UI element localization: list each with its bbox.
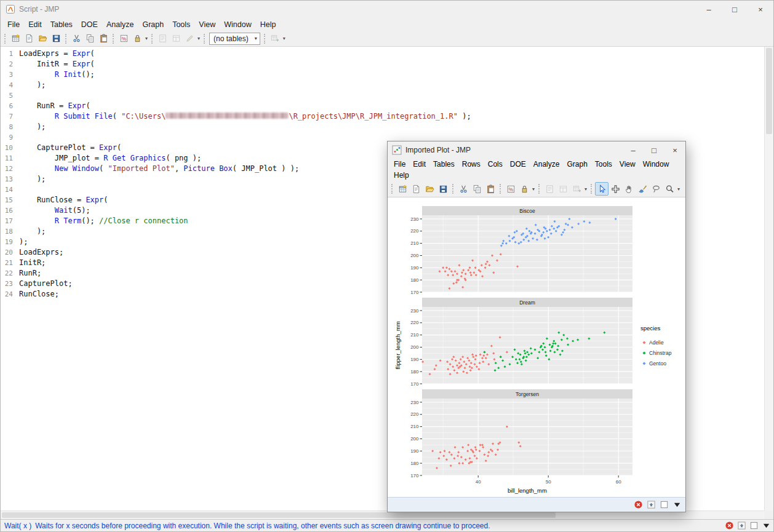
svg-text:230: 230 bbox=[410, 308, 419, 314]
toolbar-dropdown-caret[interactable]: ▾ bbox=[196, 36, 201, 41]
line-number: 19 bbox=[1, 237, 13, 247]
code-line[interactable]: 2 InitR = Expr( bbox=[1, 59, 764, 69]
draw-pen-button[interactable] bbox=[183, 32, 196, 46]
toolbar-dropdown-caret[interactable]: ▾ bbox=[583, 186, 588, 192]
table-add-button[interactable] bbox=[268, 32, 282, 46]
toolbar-dropdown-caret[interactable]: ▾ bbox=[676, 186, 681, 192]
paste-button[interactable] bbox=[484, 182, 497, 196]
journal-button[interactable] bbox=[156, 32, 169, 46]
error-log-icon[interactable] bbox=[725, 521, 734, 530]
menu-tables[interactable]: Tables bbox=[429, 159, 458, 169]
caret-up-icon[interactable] bbox=[737, 521, 746, 530]
menu-window[interactable]: Window bbox=[220, 19, 255, 30]
plot-maximize-button[interactable]: □ bbox=[644, 141, 664, 159]
svg-text:220: 220 bbox=[410, 228, 419, 234]
close-button[interactable]: × bbox=[748, 1, 773, 18]
faceted-scatter-plot[interactable]: Biscoe170180190200210220230Dream17018019… bbox=[393, 204, 677, 497]
vertical-scrollbar[interactable] bbox=[764, 47, 773, 510]
save-button[interactable] bbox=[49, 32, 63, 46]
cut-button[interactable] bbox=[457, 182, 470, 196]
open-folder-button[interactable] bbox=[36, 32, 49, 46]
plot-empty-square-icon[interactable] bbox=[660, 500, 669, 509]
menu-cols[interactable]: Cols bbox=[484, 159, 506, 169]
code-line[interactable]: 7 R Submit File( "C:\Users\\R_projects\J… bbox=[1, 111, 764, 122]
combobox-caret-icon[interactable]: ▾ bbox=[255, 36, 257, 41]
horizontal-scrollbar-thumb[interactable] bbox=[2, 512, 556, 518]
copy-button[interactable] bbox=[470, 182, 484, 196]
svg-text:Chinstrap: Chinstrap bbox=[649, 350, 672, 356]
menu-view[interactable]: View bbox=[616, 159, 639, 169]
toolbar-dropdown-caret[interactable]: ▾ bbox=[531, 186, 536, 192]
menu-rows[interactable]: Rows bbox=[458, 159, 484, 169]
lock-button[interactable] bbox=[130, 32, 144, 46]
menu-analyze[interactable]: Analyze bbox=[530, 159, 564, 169]
toolbar-grip bbox=[264, 34, 266, 44]
menu-doe[interactable]: DOE bbox=[506, 159, 530, 169]
new-data-table-button[interactable] bbox=[9, 32, 22, 46]
menu-graph[interactable]: Graph bbox=[138, 19, 168, 30]
code-line[interactable]: 6 RunR = Expr( bbox=[1, 101, 764, 111]
arrow-cursor-button[interactable] bbox=[595, 182, 608, 196]
maximize-button[interactable]: □ bbox=[722, 1, 748, 18]
zoom-button[interactable] bbox=[663, 182, 676, 196]
svg-text:180: 180 bbox=[410, 461, 419, 466]
vertical-scrollbar-thumb[interactable] bbox=[766, 48, 772, 134]
empty-square-icon[interactable] bbox=[749, 521, 759, 530]
code-line[interactable]: 3 R Init(); bbox=[1, 69, 764, 80]
tables-combobox[interactable]: (no tables)▾ bbox=[209, 33, 260, 45]
lasso-button[interactable] bbox=[649, 182, 663, 196]
menu-tools[interactable]: Tools bbox=[591, 159, 616, 169]
plot-caret-up-icon[interactable] bbox=[647, 500, 656, 509]
dropdown-triangle-icon[interactable] bbox=[762, 521, 771, 530]
line-number: 15 bbox=[1, 195, 13, 205]
journal-button[interactable] bbox=[543, 182, 556, 196]
menu-edit[interactable]: Edit bbox=[409, 159, 429, 169]
formula-button[interactable]: % bbox=[117, 32, 130, 46]
menu-help[interactable]: Help bbox=[256, 19, 281, 30]
toolbar-dropdown-caret[interactable]: ▾ bbox=[144, 36, 149, 41]
menu-graph[interactable]: Graph bbox=[563, 159, 591, 169]
plot-minimize-button[interactable]: – bbox=[623, 141, 644, 159]
cut-button[interactable] bbox=[70, 32, 83, 46]
status-bar: Wait( x ) Waits for x seconds before pro… bbox=[1, 519, 773, 531]
open-folder-button[interactable] bbox=[423, 182, 436, 196]
paste-button[interactable] bbox=[97, 32, 110, 46]
minimize-button[interactable]: – bbox=[696, 1, 722, 18]
menu-doe[interactable]: DOE bbox=[77, 19, 102, 30]
lock-button[interactable] bbox=[517, 182, 531, 196]
save-button[interactable] bbox=[436, 182, 450, 196]
table-add-button[interactable] bbox=[570, 182, 583, 196]
menu-tables[interactable]: Tables bbox=[46, 19, 77, 30]
menu-window[interactable]: Window bbox=[639, 159, 673, 169]
copy-button[interactable] bbox=[83, 32, 97, 46]
code-line[interactable]: 5 bbox=[1, 90, 764, 101]
new-script-button[interactable] bbox=[409, 182, 423, 196]
new-data-table-button[interactable] bbox=[396, 182, 409, 196]
imported-plot-canvas[interactable]: Biscoe170180190200210220230Dream17018019… bbox=[388, 197, 685, 497]
layout-button[interactable] bbox=[169, 32, 183, 46]
toolbar-dropdown-caret[interactable]: ▾ bbox=[282, 36, 287, 41]
plot-dropdown-triangle-icon[interactable] bbox=[672, 500, 682, 509]
menu-analyze[interactable]: Analyze bbox=[102, 19, 138, 30]
code-line[interactable]: 8 ); bbox=[1, 122, 764, 132]
code-line[interactable]: 1LoadExprs = Expr( bbox=[1, 49, 764, 59]
plot-close-button[interactable]: × bbox=[664, 141, 685, 159]
menu-view[interactable]: View bbox=[194, 19, 220, 30]
code-line[interactable]: 4 ); bbox=[1, 80, 764, 90]
formula-button[interactable]: % bbox=[504, 182, 517, 196]
menu-file[interactable]: File bbox=[3, 19, 24, 30]
layout-button[interactable] bbox=[556, 182, 570, 196]
new-script-button[interactable] bbox=[22, 32, 36, 46]
hand-button[interactable] bbox=[622, 182, 636, 196]
svg-text:bill_length_mm: bill_length_mm bbox=[508, 487, 547, 494]
plot-menubar-row2: Help bbox=[388, 170, 685, 181]
menu-tools[interactable]: Tools bbox=[168, 19, 194, 30]
brush-button[interactable] bbox=[636, 182, 649, 196]
line-number: 10 bbox=[1, 143, 13, 153]
plot-error-log-icon[interactable] bbox=[634, 500, 643, 509]
menu-help[interactable]: Help bbox=[390, 170, 413, 180]
fat-plus-button[interactable] bbox=[608, 182, 622, 196]
menu-file[interactable]: File bbox=[390, 159, 409, 169]
line-number: 9 bbox=[1, 132, 13, 143]
menu-edit[interactable]: Edit bbox=[24, 19, 46, 30]
